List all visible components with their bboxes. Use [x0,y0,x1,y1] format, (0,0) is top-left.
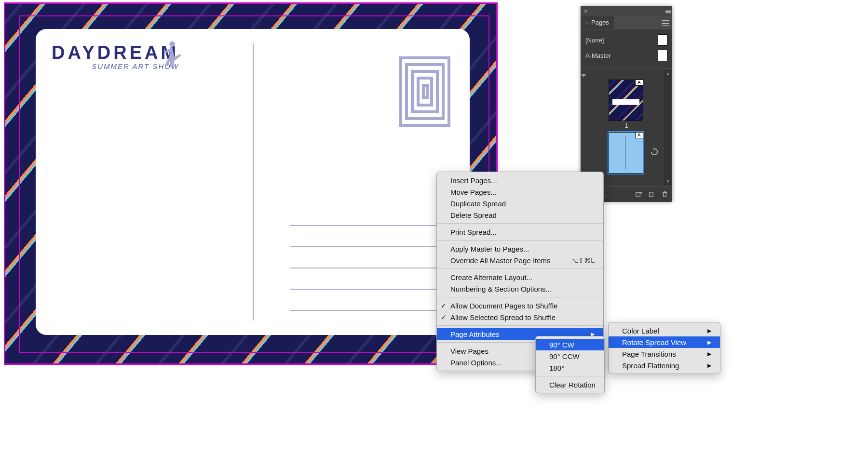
submenu-clear-rotation[interactable]: Clear Rotation [536,379,604,390]
submenu-arrow-icon: ▶ [688,362,711,369]
menu-duplicate-spread[interactable]: Duplicate Spread [437,198,603,209]
new-page-icon[interactable] [648,191,655,198]
size-options-icon[interactable] [635,191,642,198]
submenu-rotate-90ccw[interactable]: 90° CCW [536,350,604,362]
close-icon[interactable]: ✕ [583,8,588,14]
menu-separator [437,325,603,326]
address-lines [290,225,458,311]
document-canvas[interactable]: DAYDREAM SUMMER ART SHOW [4,2,498,365]
svg-point-0 [169,41,175,47]
delete-page-icon[interactable] [661,191,668,198]
rotation-indicator-icon [650,147,659,156]
master-a-label: A-Master [585,52,611,59]
master-a-thumb[interactable] [658,50,667,61]
postcard-divider [253,43,254,321]
page-1-number: 1 [625,122,628,129]
address-line [290,267,458,268]
panel-toggle-icon: ◇ [585,20,589,25]
collapse-icon[interactable]: ◀◀ [665,9,669,14]
tab-pages[interactable]: ◇ Pages [581,16,614,29]
logo-subtitle: SUMMER ART SHOW [52,62,179,70]
submenu-color-label[interactable]: Color Label ▶ [609,325,720,336]
address-line [290,225,458,226]
scroll-down-icon[interactable]: ▼ [666,179,670,184]
check-icon: ✓ [441,313,447,321]
submenu-page-transitions[interactable]: Page Transitions ▶ [609,348,720,360]
svg-rect-5 [423,85,427,98]
menu-delete-spread[interactable]: Delete Spread [437,209,603,221]
submenu-rotate-90cw[interactable]: 90° CW [536,339,604,350]
address-line [290,246,458,247]
rotate-spread-submenu[interactable]: 90° CW 90° CCW 180° Clear Rotation [535,336,605,393]
submenu-rotate-spread[interactable]: Rotate Spread View ▶ [609,336,720,348]
spread-marker-icon [581,73,586,77]
scrollbar[interactable]: ▲ ▼ [665,70,671,185]
menu-create-alternate[interactable]: Create Alternate Layout... [437,271,603,283]
menu-move-pages[interactable]: Move Pages... [437,186,603,198]
menu-separator [437,240,603,241]
address-line [290,310,458,311]
submenu-arrow-icon: ▶ [688,328,711,334]
menu-apply-master[interactable]: Apply Master to Pages... [437,243,603,254]
master-none[interactable]: [None] [585,32,667,48]
submenu-rotate-180[interactable]: 180° [536,362,604,374]
page-thumb-2[interactable]: A [609,132,644,174]
master-a[interactable]: A-Master [585,48,667,63]
menu-separator [437,268,603,269]
master-none-label: [None] [585,37,604,44]
masters-section: [None] A-Master [581,29,672,68]
menu-allow-shuffle-spread[interactable]: ✓ Allow Selected Spread to Shuffle [437,311,603,323]
page-1-preview[interactable]: A [609,80,643,121]
check-icon: ✓ [441,302,447,309]
address-line [290,289,458,290]
menu-override-masters[interactable]: Override All Master Page Items ⌥⇧⌘L [437,254,603,266]
logo-block: DAYDREAM SUMMER ART SHOW [52,42,179,70]
scroll-up-icon[interactable]: ▲ [666,71,670,76]
page-thumb-1[interactable]: A 1 [609,80,644,129]
submenu-arrow-icon: ▶ [688,339,711,346]
page-attributes-submenu[interactable]: Color Label ▶ Rotate Spread View ▶ Page … [608,322,720,374]
tab-label: Pages [591,19,609,26]
menu-separator [437,223,603,224]
panel-menu-icon[interactable] [662,20,669,26]
page-2-preview[interactable]: A [609,132,643,174]
shortcut-label: ⌥⇧⌘L [556,256,595,264]
master-tag: A [635,80,643,86]
svg-rect-6 [636,193,640,197]
pages-section: ▲ ▼ A 1 A [581,68,672,187]
menu-numbering-section[interactable]: Numbering & Section Options... [437,283,603,294]
master-none-thumb[interactable] [658,34,667,46]
submenu-arrow-icon: ▶ [688,351,711,357]
menu-separator [437,297,603,297]
submenu-spread-flattening[interactable]: Spread Flattening ▶ [609,360,720,371]
menu-insert-pages[interactable]: Insert Pages... [437,174,603,186]
stamp-placeholder-icon [398,55,451,128]
thumb-divider [625,136,626,169]
menu-allow-shuffle-doc[interactable]: ✓ Allow Document Pages to Shuffle [437,300,603,311]
menu-print-spread[interactable]: Print Spread... [437,226,603,238]
panel-titlebar[interactable]: ✕ ◀◀ [581,6,672,16]
menu-separator [536,376,604,376]
logo-title: DAYDREAM [52,42,179,63]
postcard-page[interactable]: DAYDREAM SUMMER ART SHOW [36,29,470,335]
panel-tabbar: ◇ Pages [581,16,672,29]
master-tag: A [635,132,643,138]
logo-figure-icon [161,40,183,74]
